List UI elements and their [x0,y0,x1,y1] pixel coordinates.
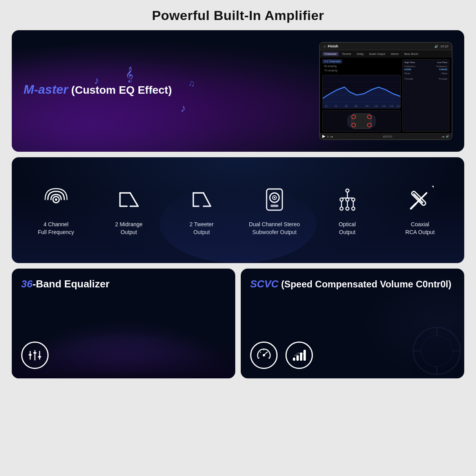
coaxial-label: CoaxialRCA Output [405,221,435,236]
svg-text:2.0k: 2.0k [382,105,385,107]
speedometer-icon [250,342,278,369]
screen-tab-delay[interactable]: Delay [354,52,365,56]
eq-card-title: M-aster (Custom EQ Effect) [24,82,319,97]
svg-line-22 [130,193,138,206]
svg-point-36 [346,189,349,192]
output-subwoofer: Dual Channel StereoSubwoofer Output [238,184,311,236]
subwoofer-label: Dual Channel StereoSubwoofer Output [249,221,300,236]
screen-tab-stereo[interactable]: Stereo [389,52,401,56]
screen-finish-label: Finish [328,44,338,48]
svg-text:50: 50 [335,105,337,107]
screen-brand: ATOTO [383,135,392,138]
scvc-card: SCVC (Speed Compensated Volume C0ntr0l) [241,269,464,378]
svg-line-53 [411,204,416,209]
svg-text:100: 100 [345,105,348,107]
bottom-row: 36-Band Equalizer [12,269,464,378]
eq-screen: ◁ Finish 🔊 07:27 Crossover Reverb Delay … [319,42,452,140]
eq-title-rest: (Custom EQ Effect) [68,84,172,96]
screen-tab-audio-output[interactable]: Audio Output [367,52,387,56]
svg-rect-49 [430,186,434,189]
page-title: Powerful Built-In Amplifier [152,8,324,23]
svg-rect-73 [293,358,295,361]
svg-line-27 [203,193,211,206]
eq-band-number: 36 [21,278,33,290]
outputs-card: 4 ChannelFull Frequency 2 MidrangeOutput [12,157,464,263]
svg-point-42 [352,207,355,210]
screen-tab-crossover[interactable]: Crossover [322,52,339,56]
svg-rect-14 [352,114,371,129]
svg-text:5.0k: 5.0k [390,105,393,107]
screen-tab-reverb[interactable]: Reverb [340,52,353,56]
bar-chart-icon [285,342,313,369]
full-frequency-label: 4 ChannelFull Frequency [38,221,74,236]
svg-point-67 [263,354,265,356]
svg-text:1.0k: 1.0k [374,105,378,107]
midrange-label: 2 MidrangeOutput [115,221,142,236]
eq-band-title-rest: -Band Equalizer [33,278,109,290]
output-coaxial: CoaxialRCA Output [383,184,456,236]
svg-rect-57 [29,354,32,356]
coaxial-icon [404,184,436,215]
svg-point-41 [346,207,349,210]
subwoofer-icon [259,184,290,215]
scvc-title: SCVC (Speed Compensated Volume C0ntr0l) [250,278,455,290]
eq-card: M-aster (Custom EQ Effect) ♪ ♪ 𝄞 ♪ ♫ ◁ F… [12,30,464,152]
output-midrange: 2 MidrangeOutput [93,184,165,236]
svg-text:200: 200 [354,105,358,107]
svg-rect-74 [296,355,299,361]
svg-text:500: 500 [365,105,369,107]
svg-point-40 [340,207,343,210]
eq-band-title: 36-Band Equalizer [21,278,226,290]
svg-text:20: 20 [325,105,327,107]
midrange-icon [113,184,145,215]
screen-time: 07:27 [441,45,449,48]
scvc-acronym: SCVC [250,278,278,290]
optical-label: OpticalOutput [339,221,356,236]
scvc-title-rest: (Speed Compensated Volume C0ntr0l) [278,279,451,289]
tweeter-icon [186,184,217,215]
svg-text:20.0k: 20.0k [396,105,400,107]
output-tweeter: 2 TweeterOutput [165,184,238,236]
eq-sliders-icon [21,342,49,369]
svg-point-20 [55,198,57,201]
svg-rect-35 [271,205,278,207]
tweeter-label: 2 TweeterOutput [190,221,214,236]
optical-icon [332,184,363,215]
equalizer-card: 36-Band Equalizer [12,269,235,378]
eq-title-italic: M-aster [24,82,68,96]
svg-point-34 [274,197,275,198]
output-optical: OpticalOutput [311,184,384,236]
screen-tab-bass-boost[interactable]: Bass Boost [402,52,420,56]
svg-rect-59 [38,356,41,358]
svg-rect-58 [33,352,36,354]
output-full-frequency: 4 ChannelFull Frequency [20,184,93,236]
radio-waves-icon [40,184,72,215]
screen-play-btn[interactable] [322,135,325,138]
svg-line-71 [260,352,261,353]
